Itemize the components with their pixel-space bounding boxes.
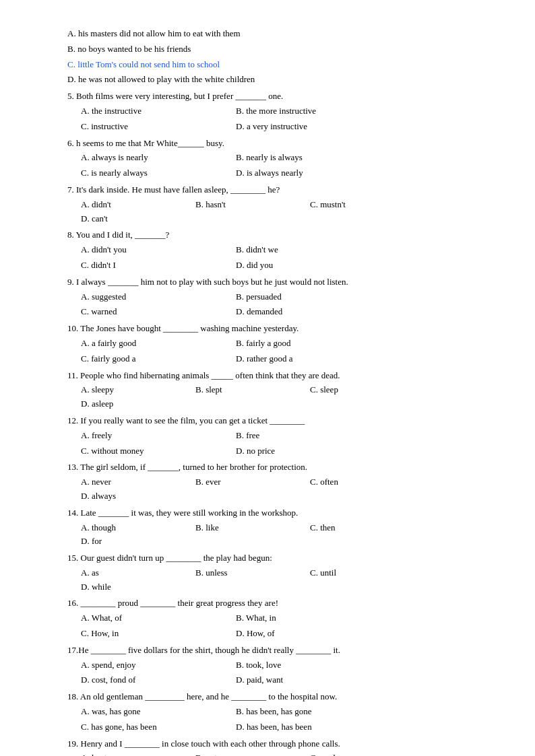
option-item: D. for	[81, 535, 189, 549]
option-item: C. made	[310, 751, 418, 756]
option-item: D. How, of	[236, 627, 384, 641]
option-item: D. paid, want	[236, 673, 384, 687]
option-item: D. a very instructive	[236, 120, 384, 134]
option-item: A. kept	[81, 751, 189, 756]
option-item: B. persuaded	[236, 290, 384, 304]
option-item: A. spend, enjoy	[81, 658, 229, 673]
options-row: C. How, inD. How, of	[81, 627, 481, 641]
option-item: B. has been, has gone	[236, 705, 384, 719]
main-content: A. his masters did not allow him to eat …	[67, 27, 481, 756]
options-row: C. is nearly alwaysD. is always nearly	[81, 166, 481, 180]
question-line: 7. It's dark inside. He must have fallen…	[67, 183, 481, 197]
question-line: 12. If you really want to see the film, …	[67, 414, 481, 428]
option-item: D. asleep	[81, 397, 189, 411]
options-row: A. neverB. everC. oftenD. always	[81, 475, 481, 504]
option-item: C. How, in	[81, 627, 229, 641]
option-item: B. unless	[195, 566, 303, 580]
option-item: D. is always nearly	[236, 166, 384, 180]
option-item: C. is nearly always	[81, 166, 229, 180]
options-row: A. What, ofB. What, in	[81, 611, 481, 625]
question-line: 5. Both films were very interesting, but…	[67, 90, 481, 104]
option-item: A. sleepy	[81, 383, 189, 397]
question-line: 15. Our guest didn't turn up ________ th…	[67, 551, 481, 565]
question-line: 17.He ________ five dollars for the shir…	[67, 644, 481, 658]
answer-line: C. little Tom's could not send him to sc…	[67, 58, 481, 72]
option-item: C. then	[310, 521, 418, 535]
answer-line: D. he was not allowed to play with the w…	[67, 73, 481, 87]
options-row: D. cost, fond ofD. paid, want	[81, 673, 481, 687]
option-item: B. like	[195, 521, 303, 535]
option-item: A. What, of	[81, 611, 229, 625]
options-row: A. was, has goneB. has been, has gone	[81, 705, 481, 719]
options-row: C. has gone, has beenD. has been, has be…	[81, 720, 481, 734]
option-item: D. has been, has been	[236, 720, 384, 734]
question-line: 6. h seems to me that Mr White______ bus…	[67, 137, 481, 151]
option-item: C. sleep	[310, 383, 418, 397]
question-line: 13. The girl seldom, if _______, turned …	[67, 460, 481, 475]
option-item: A. suggested	[81, 290, 229, 304]
option-item: B. What, in	[236, 611, 384, 625]
question-line: 9. I always _______ him not to play with…	[67, 275, 481, 289]
option-item: B. the more instructive	[236, 104, 384, 118]
option-item: B. hasn't	[195, 198, 303, 212]
option-item: B. nearly is always	[236, 151, 384, 165]
options-row: C. didn't ID. did you	[81, 259, 481, 273]
options-row: A. spend, enjoyB. took, love	[81, 658, 481, 673]
question-line: 19. Henry and I ________ in close touch …	[67, 737, 481, 751]
option-item: A. freely	[81, 429, 229, 443]
options-row: A. keptB. gotC. madeD. had	[81, 751, 481, 756]
options-row: C. warnedD. demanded	[81, 305, 481, 319]
option-item: D. rather good a	[236, 352, 384, 366]
options-row: A. freelyB. free	[81, 429, 481, 443]
options-row: A. didn'tB. hasn'tC. mustn'tD. can't	[81, 198, 481, 226]
option-item: A. was, has gone	[81, 705, 229, 719]
option-item: D. did you	[236, 259, 384, 273]
question-line: 16. ________ proud ________ their great …	[67, 596, 481, 611]
option-item: D. no price	[236, 444, 384, 458]
option-item: C. fairly good a	[81, 352, 229, 366]
option-item: C. until	[310, 566, 418, 580]
option-item: A. though	[81, 521, 189, 535]
option-item: A. never	[81, 475, 189, 489]
option-item: C. often	[310, 475, 418, 489]
option-item: D. cost, fond of	[81, 673, 229, 687]
options-row: C. without moneyD. no price	[81, 444, 481, 458]
options-row: A. always is nearlyB. nearly is always	[81, 151, 481, 165]
option-item: B. didn't we	[236, 243, 384, 257]
option-item: C. instructive	[81, 120, 229, 134]
options-row: A. asB. unlessC. untilD. while	[81, 566, 481, 594]
answer-line: A. his masters did not allow him to eat …	[67, 27, 481, 41]
option-item: C. didn't I	[81, 259, 229, 273]
answer-line: B. no boys wanted to be his friends	[67, 42, 481, 57]
option-item: D. can't	[81, 212, 189, 226]
option-item: B. fairly a good	[236, 337, 384, 351]
option-item: A. as	[81, 566, 189, 580]
options-row: A. a fairly goodB. fairly a good	[81, 337, 481, 351]
question-line: 8. You and I did it, _______?	[67, 228, 481, 242]
question-line: 10. The Jones have bought ________ washi…	[67, 322, 481, 336]
option-item: B. took, love	[236, 658, 384, 673]
option-item: A. the instructive	[81, 104, 229, 118]
option-item: C. without money	[81, 444, 229, 458]
option-item: D. while	[81, 580, 189, 594]
option-item: B. free	[236, 429, 384, 443]
option-item: D. demanded	[236, 305, 384, 319]
option-item: A. a fairly good	[81, 337, 229, 351]
question-line: 11. People who find hibernating animals …	[67, 369, 481, 383]
options-row: A. thoughB. likeC. thenD. for	[81, 521, 481, 549]
option-item: B. ever	[195, 475, 303, 489]
option-item: A. didn't	[81, 198, 189, 212]
question-line: 18. An old gentleman _________ here, and…	[67, 690, 481, 704]
options-row: A. the instructiveB. the more instructiv…	[81, 104, 481, 118]
option-item: D. always	[81, 489, 189, 504]
options-row: A. didn't youB. didn't we	[81, 243, 481, 257]
option-item: C. mustn't	[310, 198, 418, 212]
options-row: A. sleepyB. sleptC. sleepD. asleep	[81, 383, 481, 411]
question-line: 14. Late _______ it was, they were still…	[67, 506, 481, 520]
options-row: A. suggestedB. persuaded	[81, 290, 481, 304]
option-item: C. has gone, has been	[81, 720, 229, 734]
option-item: B. got	[195, 751, 303, 756]
option-item: C. warned	[81, 305, 229, 319]
option-item: A. didn't you	[81, 243, 229, 257]
options-row: C. instructiveD. a very instructive	[81, 120, 481, 134]
